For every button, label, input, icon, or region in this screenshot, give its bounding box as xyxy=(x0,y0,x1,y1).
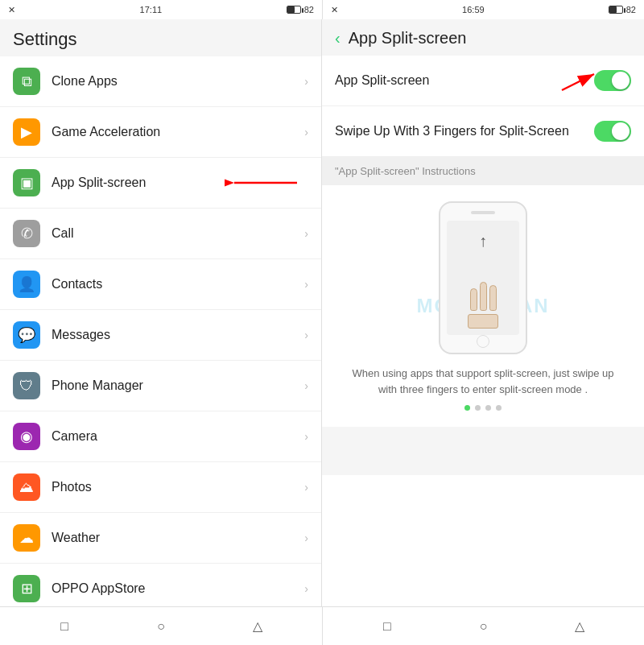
settings-list: ⧉Clone Apps›▶Game Acceleration›▣App Spli… xyxy=(0,56,321,606)
weather-arrow: › xyxy=(304,531,308,544)
settings-header: Settings xyxy=(0,19,321,56)
pagination-dot-1 xyxy=(475,405,481,411)
instruction-illustration: MOBIGYAAN ↑ xyxy=(322,185,644,427)
oppo-appstore-icon: ⊞ xyxy=(13,575,40,602)
right-battery-label: 82 xyxy=(626,5,636,14)
messages-label: Messages xyxy=(52,328,304,342)
right-status-bar: ✕ 16:59 82 xyxy=(322,0,644,19)
settings-item-contacts[interactable]: 👤Contacts› xyxy=(0,259,321,310)
pagination-dots xyxy=(464,405,502,411)
left-status-bar: ✕ 17:11 82 xyxy=(0,0,322,19)
weather-icon: ☁ xyxy=(13,524,40,552)
settings-item-game-acceleration[interactable]: ▶Game Acceleration› xyxy=(0,107,321,158)
right-time: 16:59 xyxy=(462,5,485,14)
call-label: Call xyxy=(52,226,304,241)
instruction-text: When using apps that support split-scree… xyxy=(338,366,628,397)
game-acceleration-label: Game Acceleration xyxy=(52,125,304,139)
left-time: 17:11 xyxy=(140,5,163,14)
swipe-toggle[interactable] xyxy=(594,121,631,142)
palm xyxy=(468,314,498,329)
contacts-label: Contacts xyxy=(52,277,304,291)
status-bar: ✕ 17:11 82 ✕ 16:59 82 xyxy=(0,0,644,19)
contacts-arrow: › xyxy=(304,278,308,291)
left-status-icons: 82 xyxy=(287,5,314,14)
instructions-header: "App Split-screen" Instructions xyxy=(322,157,644,185)
main-content: Settings ⧉Clone Apps›▶Game Acceleration›… xyxy=(0,19,644,606)
messages-icon: 💬 xyxy=(13,321,40,349)
left-nav: □ ○ △ xyxy=(0,607,322,645)
app-split-screen-icon: ▣ xyxy=(13,169,40,196)
left-square-button[interactable]: □ xyxy=(55,617,74,636)
right-back-button[interactable]: △ xyxy=(570,617,589,636)
settings-item-weather[interactable]: ☁Weather› xyxy=(0,513,321,564)
settings-item-call[interactable]: ✆Call› xyxy=(0,209,321,259)
swipe-label: Swipe Up With 3 Fingers for Split-Screen xyxy=(335,124,594,139)
left-back-button[interactable]: △ xyxy=(248,617,267,636)
right-x-icon: ✕ xyxy=(331,5,338,15)
photos-arrow: › xyxy=(304,481,308,494)
settings-item-phone-manager[interactable]: 🛡Phone Manager› xyxy=(0,361,321,411)
split-screen-toggle-row: App Split-screen xyxy=(322,56,644,106)
phone-manager-icon: 🛡 xyxy=(13,372,40,399)
right-nav: □ ○ △ xyxy=(322,607,644,645)
left-panel: Settings ⧉Clone Apps›▶Game Acceleration›… xyxy=(0,19,322,606)
pagination-dot-2 xyxy=(485,405,491,411)
camera-arrow: › xyxy=(304,430,308,443)
back-button[interactable]: ‹ xyxy=(335,29,341,48)
right-content: App Split-screen Swipe Up With 3 Fingers… xyxy=(322,56,644,606)
pagination-dot-3 xyxy=(496,405,502,411)
left-battery-label: 82 xyxy=(304,5,314,14)
call-icon: ✆ xyxy=(13,220,40,247)
phone-illustration: ↑ xyxy=(439,201,527,354)
swipe-toggle-row: Swipe Up With 3 Fingers for Split-Screen xyxy=(322,106,644,157)
page-title: Settings xyxy=(13,29,308,50)
game-acceleration-arrow: › xyxy=(304,126,308,139)
right-home-button[interactable]: ○ xyxy=(473,617,493,636)
right-square-button[interactable]: □ xyxy=(378,617,397,636)
oppo-appstore-label: OPPO AppStore xyxy=(52,581,304,596)
camera-icon: ◉ xyxy=(13,423,40,450)
left-home-button[interactable]: ○ xyxy=(151,617,171,636)
settings-item-clone-apps[interactable]: ⧉Clone Apps› xyxy=(0,56,321,107)
game-acceleration-icon: ▶ xyxy=(13,118,40,146)
right-battery-icon xyxy=(609,6,623,14)
phone-manager-label: Phone Manager xyxy=(52,378,304,393)
settings-item-app-split-screen[interactable]: ▣App Split-screen xyxy=(0,158,321,209)
pagination-dot-0 xyxy=(464,405,470,411)
finger-1 xyxy=(470,288,477,311)
arrow-up-icon: ↑ xyxy=(479,232,487,250)
left-battery-icon xyxy=(287,6,301,14)
contacts-icon: 👤 xyxy=(13,271,40,298)
clone-apps-icon: ⧉ xyxy=(13,68,40,95)
messages-arrow: › xyxy=(304,329,308,341)
settings-item-messages[interactable]: 💬Messages› xyxy=(0,310,321,361)
split-screen-toggle[interactable] xyxy=(594,70,631,91)
weather-label: Weather xyxy=(52,531,304,545)
svg-line-3 xyxy=(562,74,594,90)
bottom-nav: □ ○ △ □ ○ △ xyxy=(0,606,644,645)
bottom-spacer xyxy=(322,427,644,475)
call-arrow: › xyxy=(304,227,308,240)
settings-item-camera[interactable]: ◉Camera› xyxy=(0,411,321,462)
oppo-appstore-arrow: › xyxy=(304,582,308,595)
photos-label: Photos xyxy=(52,480,304,494)
photos-icon: ⛰ xyxy=(13,473,40,501)
phone-manager-arrow: › xyxy=(304,379,308,392)
right-status-icons: 82 xyxy=(609,5,636,14)
clone-apps-label: Clone Apps xyxy=(52,74,304,89)
right-panel-title: App Split-screen xyxy=(349,29,467,48)
left-x-icon: ✕ xyxy=(8,5,15,15)
settings-item-oppo-appstore[interactable]: ⊞OPPO AppStore› xyxy=(0,564,321,606)
camera-label: Camera xyxy=(52,429,304,444)
right-panel: ‹ App Split-screen App Split-screen xyxy=(322,19,644,606)
finger-3 xyxy=(489,285,497,311)
right-header: ‹ App Split-screen xyxy=(322,19,644,56)
settings-item-photos[interactable]: ⛰Photos› xyxy=(0,462,321,513)
clone-apps-arrow: › xyxy=(304,75,308,88)
finger-2 xyxy=(480,282,487,311)
